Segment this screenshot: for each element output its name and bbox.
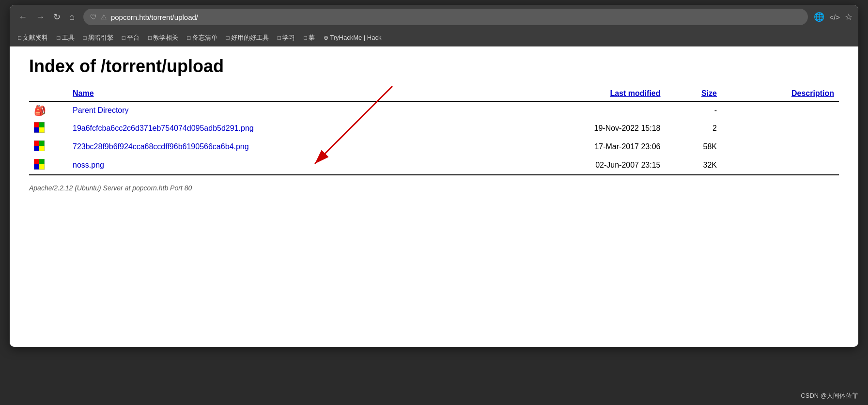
bookmark-label: 黑暗引擎 xyxy=(88,33,113,42)
file-link-2[interactable]: 723bc28f9b6f924cca68ccdff96b6190566ca6b4… xyxy=(73,142,249,151)
browser-window: ← → ↻ ⌂ 🛡 ⚠ 🌐 </> ☆ □ 文献资料 □ 工具 □ 黑暗引擎 xyxy=(10,5,858,347)
bookmark-folder-icon: □ xyxy=(122,34,125,41)
file-table: Name Last modified Size Description 🎒 xyxy=(29,86,839,175)
icon-cell: 🎒 xyxy=(29,101,68,119)
bookmark-label: TryHackMe | Hack xyxy=(330,34,381,41)
size-cell: 58K xyxy=(666,138,722,156)
bookmark-tryhackme[interactable]: ⊕ TryHackMe | Hack xyxy=(320,32,385,43)
bookmark-folder-icon: □ xyxy=(57,34,60,41)
nav-buttons: ← → ↻ ⌂ xyxy=(16,10,78,24)
bookmark-label: 好用的好工具 xyxy=(231,33,269,42)
file-name-cell: Parent Directory xyxy=(68,101,495,119)
svg-rect-8 xyxy=(39,140,45,146)
bookmark-folder-icon: □ xyxy=(226,34,230,41)
svg-rect-9 xyxy=(34,146,39,151)
server-info: Apache/2.2.12 (Ubuntu) Server at popcorn… xyxy=(29,184,839,192)
devtools-icon[interactable]: </> xyxy=(829,13,840,21)
bookmark-folder-icon: □ xyxy=(148,34,152,41)
home-button[interactable]: ⌂ xyxy=(66,10,78,24)
toolbar-right: 🌐 </> ☆ xyxy=(814,12,852,22)
last-modified-cell xyxy=(495,101,666,119)
bookmark-label: 教学相关 xyxy=(153,33,178,42)
bookmark-folder-icon: □ xyxy=(187,34,190,41)
file-name-cell: noss.png xyxy=(68,156,495,175)
icon-cell xyxy=(29,138,68,156)
bookmark-folder-icon: □ xyxy=(83,34,87,41)
bookmark-web-icon: ⊕ xyxy=(324,34,328,41)
bookmark-tools[interactable]: □ 工具 xyxy=(53,32,78,44)
table-row: 🎒 Parent Directory - xyxy=(29,101,839,119)
svg-rect-14 xyxy=(34,164,39,170)
bookmark-label: 菜 xyxy=(309,33,315,42)
bookmark-label: 平台 xyxy=(127,33,140,42)
image-icon xyxy=(34,122,45,133)
bookmark-label: 学习 xyxy=(282,33,295,42)
size-cell: - xyxy=(666,101,722,119)
bookmark-dark[interactable]: □ 黑暗引擎 xyxy=(80,32,117,44)
bookmark-study[interactable]: □ 学习 xyxy=(274,32,298,44)
svg-rect-12 xyxy=(34,159,39,164)
icon-cell xyxy=(29,156,68,175)
svg-rect-7 xyxy=(34,140,39,146)
col-description[interactable]: Description xyxy=(722,86,839,101)
page-content: Index of /torrent/upload Nam xyxy=(10,47,858,347)
bookmark-good-tools[interactable]: □ 好用的好工具 xyxy=(223,32,272,44)
bookmark-wendian[interactable]: □ 文献资料 xyxy=(15,32,51,44)
file-link-3[interactable]: noss.png xyxy=(73,161,104,169)
desc-cell xyxy=(722,101,839,119)
svg-rect-2 xyxy=(34,122,39,127)
bookmark-label: 备忘清单 xyxy=(192,33,217,42)
desc-cell xyxy=(722,138,839,156)
icon-cell xyxy=(29,119,68,138)
bookmark-teaching[interactable]: □ 教学相关 xyxy=(145,32,182,44)
svg-rect-5 xyxy=(39,127,45,133)
size-cell: 2 xyxy=(666,119,722,138)
address-bar-container: 🛡 ⚠ xyxy=(83,9,808,25)
last-modified-cell: 02-Jun-2007 23:15 xyxy=(495,156,666,175)
bookmark-label: 工具 xyxy=(62,33,75,42)
bookmark-icon[interactable]: ☆ xyxy=(845,12,852,22)
refresh-button[interactable]: ↻ xyxy=(50,10,63,24)
shield-icon: 🛡 xyxy=(90,13,97,21)
parent-directory-link[interactable]: Parent Directory xyxy=(73,106,129,114)
desc-cell xyxy=(722,156,839,175)
browser-titlebar: ← → ↻ ⌂ 🛡 ⚠ 🌐 </> ☆ xyxy=(10,5,858,29)
bookmark-folder-icon: □ xyxy=(304,34,307,41)
privacy-icon: ⚠ xyxy=(101,13,107,21)
svg-rect-15 xyxy=(39,164,45,170)
file-link-1[interactable]: 19a6fcfcba6cc2c6d371eb754074d095adb5d291… xyxy=(73,124,254,132)
file-name-cell: 723bc28f9b6f924cca68ccdff96b6190566ca6b4… xyxy=(68,138,495,156)
svg-rect-3 xyxy=(39,122,45,127)
svg-rect-10 xyxy=(39,146,45,151)
size-cell: 32K xyxy=(666,156,722,175)
translate-icon[interactable]: 🌐 xyxy=(814,12,824,22)
last-modified-cell: 17-Mar-2017 23:06 xyxy=(495,138,666,156)
watermark: CSDN @人间体佐菲 xyxy=(801,391,858,400)
svg-rect-4 xyxy=(34,127,39,133)
bookmark-platform[interactable]: □ 平台 xyxy=(119,32,143,44)
bookmark-folder-icon: □ xyxy=(278,34,281,41)
bookmarks-bar: □ 文献资料 □ 工具 □ 黑暗引擎 □ 平台 □ 教学相关 □ 备忘清单 □ … xyxy=(10,29,858,47)
page-wrapper: Index of /torrent/upload Nam xyxy=(10,47,858,347)
address-bar[interactable] xyxy=(111,13,801,21)
table-row: 723bc28f9b6f924cca68ccdff96b6190566ca6b4… xyxy=(29,138,839,156)
bookmark-label: 文献资料 xyxy=(23,33,48,42)
table-row: noss.png 02-Jun-2007 23:15 32K xyxy=(29,156,839,175)
svg-rect-13 xyxy=(39,159,45,164)
folder-back-icon: 🎒 xyxy=(34,105,46,116)
bookmark-folder-icon: □ xyxy=(18,34,21,41)
table-row: 19a6fcfcba6cc2c6d371eb754074d095adb5d291… xyxy=(29,119,839,138)
col-name[interactable]: Name xyxy=(68,86,495,101)
th-spacer xyxy=(29,86,68,101)
image-icon xyxy=(34,159,45,170)
image-icon xyxy=(34,140,45,151)
bookmark-notes[interactable]: □ 备忘清单 xyxy=(184,32,220,44)
forward-button[interactable]: → xyxy=(33,10,47,24)
page-title: Index of /torrent/upload xyxy=(29,56,839,77)
col-last-modified[interactable]: Last modified xyxy=(495,86,666,101)
bookmark-cai[interactable]: □ 菜 xyxy=(300,32,318,44)
back-button[interactable]: ← xyxy=(16,10,30,24)
last-modified-cell: 19-Nov-2022 15:18 xyxy=(495,119,666,138)
col-size[interactable]: Size xyxy=(666,86,722,101)
desc-cell xyxy=(722,119,839,138)
